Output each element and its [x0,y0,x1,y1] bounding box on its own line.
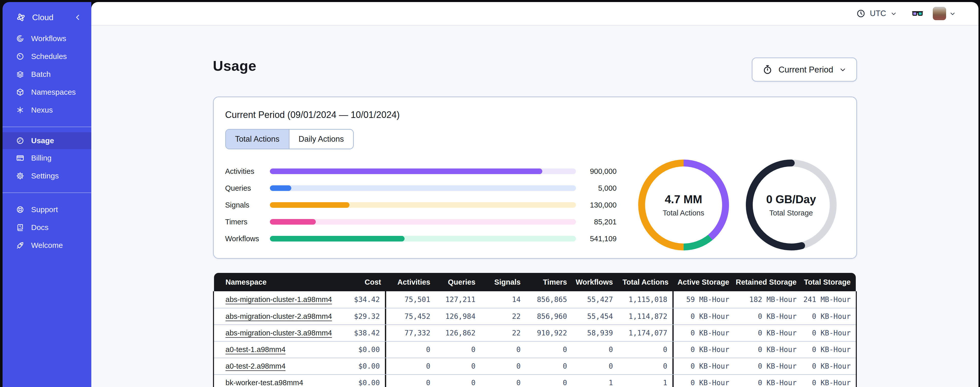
tab-daily-actions[interactable]: Daily Actions [289,130,353,149]
sidebar-item-label: Docs [31,223,48,232]
glasses-icon[interactable] [912,7,924,20]
active-storage-cell: 0 KB-Hour [674,375,734,387]
donut-total-storage: 0 GB/DayTotal Storage [746,160,837,250]
table-row: a0-test-1.a98mm4$0.000000000 KB-Hour0 KB… [214,341,856,358]
signals-cell: 0 [480,375,526,387]
chevron-down-icon[interactable] [949,10,956,17]
total-storage-cell: 0 KB-Hour [802,375,856,387]
chevron-down-icon [839,66,846,74]
cost-cell: $0.00 [331,358,386,374]
active-storage-cell: 0 KB-Hour [674,342,734,358]
namespace-link[interactable]: abs-migration-cluster-2.a98mm4 [226,312,332,321]
bar-value: 5,000 [576,184,617,192]
sidebar-item-workflows[interactable]: Workflows [3,30,91,48]
namespace-cell: bk-worker-test.a98mm4 [214,375,331,387]
queries-cell: 126,984 [436,309,480,325]
column-header-queries: Queries [436,278,480,286]
namespace-cell: abs-migration-cluster-1.a98mm4 [214,291,331,308]
cost-cell: $38.42 [331,325,386,341]
schedules-icon [16,52,24,61]
settings-icon [16,171,24,180]
signals-cell: 0 [480,342,526,358]
table-row: abs-migration-cluster-3.a98mm4$38.4277,3… [214,325,856,341]
card-title: Current Period (09/01/2024 — 10/01/2024) [225,110,845,120]
activities-cell: 75,452 [386,309,436,325]
column-header-total-storage: Total Storage [802,278,856,286]
sidebar-item-schedules[interactable]: Schedules [3,48,91,66]
sidebar-item-settings[interactable]: Settings [3,167,91,185]
timers-cell: 0 [526,358,572,374]
active-storage-cell: 0 KB-Hour [674,309,734,325]
sidebar-item-billing[interactable]: Billing [3,149,91,167]
chevron-left-icon[interactable] [73,13,82,22]
workflows-icon [16,34,24,43]
queries-cell: 0 [436,358,480,374]
column-header-namespace: Namespace [214,278,331,286]
namespace-link[interactable]: abs-migration-cluster-3.a98mm4 [226,329,332,337]
namespace-link[interactable]: abs-migration-cluster-1.a98mm4 [226,295,332,304]
sidebar-item-docs[interactable]: Docs [3,219,91,237]
sidebar: Cloud WorkflowsSchedulesBatchNamespacesN… [3,2,91,387]
bar-fill [270,202,350,208]
bar-value: 541,109 [576,235,617,243]
sidebar-item-batch[interactable]: Batch [3,66,91,83]
table-row: a0-test-2.a98mm4$0.000000000 KB-Hour0 KB… [214,358,856,374]
bar-label: Signals [225,201,270,209]
page-content: Usage Current Period Current Period (09/… [91,26,978,387]
usage-bar-signals: Signals130,000 [225,197,617,213]
bar-value: 85,201 [576,218,617,226]
usage-donut-charts: 4.7 MMTotal Actions0 GB/DayTotal Storage [638,160,837,250]
retained-storage-cell: 0 KB-Hour [734,309,802,325]
sidebar-item-namespaces[interactable]: Namespaces [3,83,91,101]
usage-bar-queries: Queries5,000 [225,180,617,197]
namespace-link[interactable]: bk-worker-test.a98mm4 [226,379,303,387]
actions-tab-group: Total ActionsDaily Actions [225,129,354,149]
namespace-link[interactable]: a0-test-1.a98mm4 [226,345,285,354]
total-actions-cell: 0 [618,342,674,358]
timers-cell: 910,922 [526,325,572,341]
column-header-total-actions: Total Actions [618,278,674,286]
table-row: abs-migration-cluster-2.a98mm4$29.3275,4… [214,308,856,325]
sidebar-item-welcome[interactable]: Welcome [3,237,91,254]
queries-cell: 0 [436,375,480,387]
workflows-cell: 1 [572,375,618,387]
donut-label: Total Actions [663,209,704,217]
timers-cell: 856,865 [526,291,572,308]
total-actions-cell: 1 [618,375,674,387]
cost-cell: $29.32 [331,309,386,325]
bar-track [270,219,576,225]
total-storage-cell: 0 KB-Hour [802,309,856,325]
sidebar-item-label: Schedules [31,52,67,61]
workflows-cell: 0 [572,358,618,374]
bar-label: Timers [225,218,270,226]
timezone-selector[interactable]: UTC [856,9,897,18]
workflows-cell: 58,939 [572,325,618,341]
donut-total-actions: 4.7 MMTotal Actions [638,160,729,250]
table-row: abs-migration-cluster-1.a98mm4$34.4275,5… [214,291,856,308]
signals-cell: 22 [480,325,526,341]
period-selector-label: Current Period [778,65,833,75]
signals-cell: 22 [480,309,526,325]
usage-bar-workflows: Workflows541,109 [225,230,617,247]
column-header-activities: Activities [386,278,436,286]
namespace-cell: a0-test-1.a98mm4 [214,342,331,358]
workflows-cell: 55,454 [572,309,618,325]
user-avatar[interactable] [933,7,946,20]
queries-cell: 0 [436,342,480,358]
support-icon [16,205,24,214]
sidebar-item-support[interactable]: Support [3,201,91,219]
namespace-link[interactable]: a0-test-2.a98mm4 [226,362,285,370]
bar-value: 900,000 [576,167,617,176]
sidebar-brand[interactable]: Cloud [3,2,91,30]
sidebar-nav-footer: SupportDocsWelcome [3,193,91,254]
sidebar-item-usage[interactable]: Usage [3,132,91,149]
sidebar-item-nexus[interactable]: Nexus [3,101,91,119]
total-actions-cell: 0 [618,358,674,374]
table-body: abs-migration-cluster-1.a98mm4$34.4275,5… [213,291,857,387]
timezone-label: UTC [870,9,886,18]
cost-cell: $0.00 [331,342,386,358]
tab-total-actions[interactable]: Total Actions [226,130,289,149]
period-selector-button[interactable]: Current Period [752,58,857,82]
workflows-cell: 0 [572,342,618,358]
sidebar-item-label: Nexus [31,106,53,114]
